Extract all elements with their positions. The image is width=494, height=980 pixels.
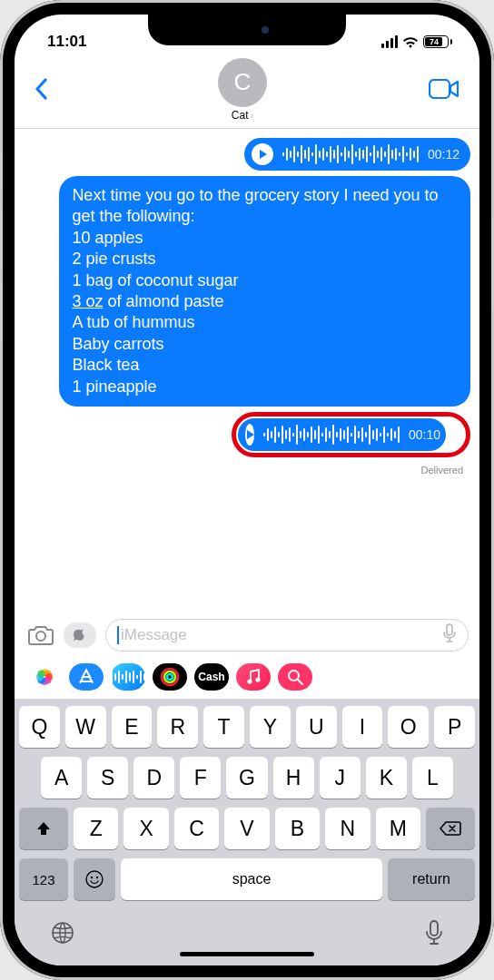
message-input-row: iMessage [15,613,479,659]
messages-thread[interactable]: 00:12 Next time you go to the grocery st… [15,129,479,613]
svg-point-17 [86,871,103,887]
key-s[interactable]: S [87,757,128,799]
key-p[interactable]: P [434,706,475,748]
chevron-right-icon: › [251,110,254,121]
notch [148,15,346,45]
key-c[interactable]: C [174,808,219,849]
app-drawer-button[interactable] [64,622,96,648]
back-button[interactable] [27,78,56,103]
emoji-key[interactable] [74,858,115,900]
key-w[interactable]: W [65,706,106,748]
key-g[interactable]: G [226,757,267,799]
shift-key[interactable] [19,808,68,849]
key-y[interactable]: Y [250,706,291,748]
key-a[interactable]: A [41,757,82,799]
wifi-icon [402,36,419,48]
return-key[interactable]: return [388,858,475,900]
annotation-highlight: 00:10 [232,412,470,457]
text-cursor [117,626,119,644]
key-x[interactable]: X [124,808,168,849]
svg-point-13 [167,674,173,680]
cellular-signal-icon [381,35,398,48]
fitness-app-icon[interactable] [153,663,187,691]
play-icon [260,150,267,159]
dictation-button[interactable] [442,623,457,648]
play-icon [247,430,254,439]
home-indicator[interactable] [180,952,314,956]
volume-up-button[interactable] [0,209,2,269]
voice-message-1[interactable]: 00:12 [244,138,470,171]
key-u[interactable]: U [296,706,337,748]
svg-point-19 [96,877,98,878]
camera-button[interactable] [27,624,54,646]
key-f[interactable]: F [180,757,221,799]
music-app-icon[interactable] [236,663,271,691]
numbers-key[interactable]: 123 [19,858,68,900]
key-i[interactable]: I [342,706,383,748]
space-key[interactable]: space [121,858,382,900]
key-t[interactable]: T [203,706,244,748]
svg-rect-2 [447,624,452,635]
key-l[interactable]: L [412,757,453,799]
imessage-app-strip: Cash [15,659,479,699]
volume-down-button[interactable] [0,281,2,341]
photos-app-icon[interactable] [27,663,62,691]
key-r[interactable]: R [157,706,198,748]
key-z[interactable]: Z [74,808,118,849]
svg-point-18 [91,877,93,878]
voice-duration-label: 00:12 [428,147,459,162]
battery-indicator: 74 [423,35,452,48]
applecash-app-icon[interactable]: Cash [194,663,229,691]
message-placeholder: iMessage [121,626,187,644]
waveform-icon [263,425,400,445]
key-k[interactable]: K [366,757,407,799]
backspace-key[interactable] [426,808,475,849]
key-d[interactable]: D [133,757,174,799]
keyboard: QWERTYUIOP ASDFGHJKL ZXCVBNM 123 space r… [15,699,479,965]
voice-message-2[interactable]: 00:10 [238,418,446,451]
keyboard-dictation-key[interactable] [424,919,444,950]
key-b[interactable]: B [275,808,320,849]
key-v[interactable]: V [224,808,269,849]
globe-key[interactable] [50,920,75,949]
play-button[interactable] [245,424,254,446]
conversation-header: C Cat› [15,58,479,129]
play-button[interactable] [252,143,273,165]
appstore-app-icon[interactable] [69,663,104,691]
svg-point-10 [38,671,45,678]
svg-rect-0 [430,80,450,98]
phone-screen: 11:01 74 C Cat› [15,15,479,965]
key-m[interactable]: M [376,808,420,849]
key-o[interactable]: O [388,706,429,748]
phone-frame: 11:01 74 C Cat› [0,0,494,980]
mute-switch[interactable] [0,154,2,187]
text-message[interactable]: Next time you go to the grocery story I … [59,176,470,407]
waveform-icon [282,144,419,164]
key-h[interactable]: H [273,757,314,799]
key-q[interactable]: Q [19,706,60,748]
message-input[interactable]: iMessage [105,619,469,652]
contact-name-label: Cat [232,109,249,122]
svg-point-14 [247,679,252,683]
key-e[interactable]: E [112,706,153,748]
contact-info[interactable]: C Cat› [218,58,267,122]
svg-rect-21 [430,921,438,936]
delivered-status: Delivered [421,465,463,475]
voice-duration-label: 00:10 [409,427,440,442]
status-time: 11:01 [47,33,86,51]
facetime-video-button[interactable] [429,79,459,103]
audio-app-icon[interactable] [111,663,145,691]
avatar: C [218,58,267,107]
svg-point-1 [36,632,45,641]
key-j[interactable]: J [320,757,361,799]
key-n[interactable]: N [325,808,370,849]
search-app-icon[interactable] [278,663,312,691]
svg-point-15 [255,677,260,681]
